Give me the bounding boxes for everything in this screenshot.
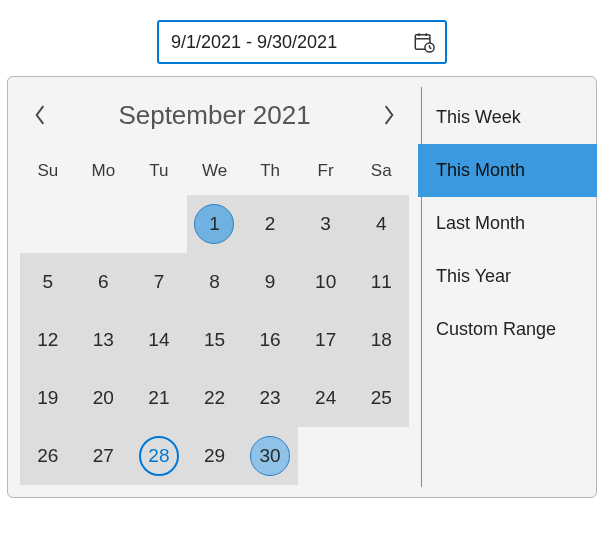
- day-number: 17: [315, 329, 336, 351]
- day-cell[interactable]: 22: [187, 369, 243, 427]
- day-number: 29: [204, 445, 225, 467]
- date-range-popup: September 2021 Su Mo Tu We Th Fr Sa 1 2 …: [7, 76, 597, 498]
- calendar-clock-icon[interactable]: [413, 31, 435, 53]
- day-number: 4: [376, 213, 387, 235]
- day-cell[interactable]: 14: [131, 311, 187, 369]
- day-cell[interactable]: 17: [298, 311, 354, 369]
- day-cell[interactable]: 13: [76, 311, 132, 369]
- day-cell[interactable]: 16: [242, 311, 298, 369]
- day-cell[interactable]: 21: [131, 369, 187, 427]
- day-number: 28: [139, 436, 179, 476]
- day-number: 22: [204, 387, 225, 409]
- weekday: Th: [242, 151, 298, 195]
- day-cell[interactable]: 7: [131, 253, 187, 311]
- weekday: Su: [20, 151, 76, 195]
- svg-line-6: [430, 48, 432, 49]
- day-cell[interactable]: 18: [353, 311, 409, 369]
- day-number: 20: [93, 387, 114, 409]
- day-number: 26: [37, 445, 58, 467]
- preset-this-week[interactable]: This Week: [422, 91, 596, 144]
- day-number: 18: [371, 329, 392, 351]
- day-number: 25: [371, 387, 392, 409]
- day-number: 23: [259, 387, 280, 409]
- day-cell[interactable]: 27: [76, 427, 132, 485]
- day-number: 21: [148, 387, 169, 409]
- day-number: 5: [42, 271, 53, 293]
- day-number: 8: [209, 271, 220, 293]
- day-cell[interactable]: 25: [353, 369, 409, 427]
- day-number: 12: [37, 329, 58, 351]
- day-number: 7: [154, 271, 165, 293]
- day-cell[interactable]: 23: [242, 369, 298, 427]
- next-month-button[interactable]: [369, 95, 409, 135]
- weekday: Mo: [76, 151, 132, 195]
- day-cell[interactable]: 19: [20, 369, 76, 427]
- day-cell[interactable]: 24: [298, 369, 354, 427]
- day-number: 15: [204, 329, 225, 351]
- day-cell[interactable]: 5: [20, 253, 76, 311]
- day-cell[interactable]: 29: [187, 427, 243, 485]
- day-blank: [353, 427, 409, 485]
- day-number: 3: [320, 213, 331, 235]
- date-range-input[interactable]: 9/1/2021 - 9/30/2021: [157, 20, 447, 64]
- day-blank: [298, 427, 354, 485]
- preset-custom-range[interactable]: Custom Range: [422, 303, 596, 356]
- prev-month-button[interactable]: [20, 95, 60, 135]
- day-cell[interactable]: 12: [20, 311, 76, 369]
- day-number: 1: [194, 204, 234, 244]
- day-cell[interactable]: 4: [353, 195, 409, 253]
- day-cell[interactable]: 11: [353, 253, 409, 311]
- day-cell[interactable]: 30: [242, 427, 298, 485]
- day-blank: [131, 195, 187, 253]
- day-blank: [20, 195, 76, 253]
- day-number: 10: [315, 271, 336, 293]
- day-number: 9: [265, 271, 276, 293]
- day-number: 14: [148, 329, 169, 351]
- day-number: 24: [315, 387, 336, 409]
- day-cell[interactable]: 20: [76, 369, 132, 427]
- day-cell[interactable]: 26: [20, 427, 76, 485]
- month-year-label[interactable]: September 2021: [60, 100, 369, 131]
- day-cell[interactable]: 9: [242, 253, 298, 311]
- weekday: Fr: [298, 151, 354, 195]
- preset-this-year[interactable]: This Year: [422, 250, 596, 303]
- weekday: Tu: [131, 151, 187, 195]
- day-number: 27: [93, 445, 114, 467]
- weekday: We: [187, 151, 243, 195]
- day-number: 19: [37, 387, 58, 409]
- day-number: 11: [371, 271, 392, 293]
- day-cell[interactable]: 6: [76, 253, 132, 311]
- date-range-value: 9/1/2021 - 9/30/2021: [171, 32, 413, 53]
- day-number: 2: [265, 213, 276, 235]
- day-grid: 1 2 3 4 5 6 7 8 9 10 11 12 13 14 15 16 1…: [20, 195, 409, 485]
- day-number: 30: [250, 436, 290, 476]
- presets-pane: This Week This Month Last Month This Yea…: [421, 87, 596, 487]
- day-cell[interactable]: 1: [187, 195, 243, 253]
- day-cell[interactable]: 15: [187, 311, 243, 369]
- day-cell[interactable]: 2: [242, 195, 298, 253]
- calendar-pane: September 2021 Su Mo Tu We Th Fr Sa 1 2 …: [8, 77, 421, 497]
- day-number: 16: [259, 329, 280, 351]
- chevron-right-icon: [382, 104, 396, 126]
- day-cell[interactable]: 8: [187, 253, 243, 311]
- day-cell[interactable]: 10: [298, 253, 354, 311]
- weekday: Sa: [353, 151, 409, 195]
- preset-this-month[interactable]: This Month: [418, 144, 597, 197]
- day-cell-today[interactable]: 28: [131, 427, 187, 485]
- day-blank: [76, 195, 132, 253]
- day-number: 13: [93, 329, 114, 351]
- day-number: 6: [98, 271, 109, 293]
- chevron-left-icon: [33, 104, 47, 126]
- preset-last-month[interactable]: Last Month: [422, 197, 596, 250]
- day-cell[interactable]: 3: [298, 195, 354, 253]
- weekday-header: Su Mo Tu We Th Fr Sa: [20, 151, 409, 195]
